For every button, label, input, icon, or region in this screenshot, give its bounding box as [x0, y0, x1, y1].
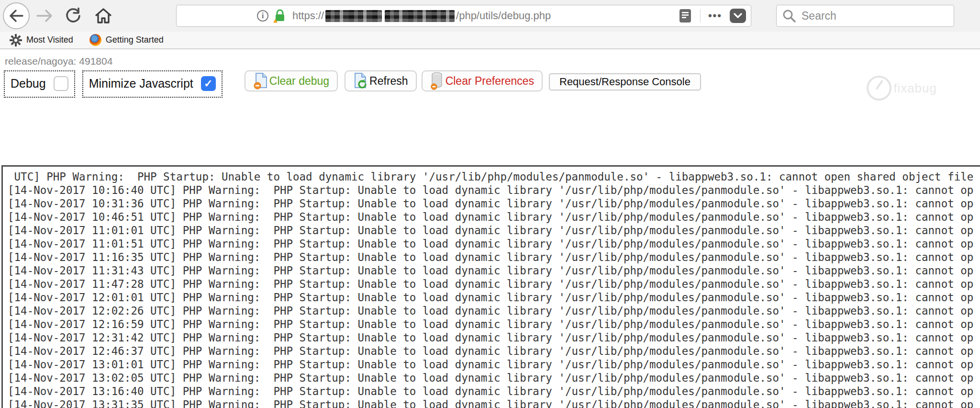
log-line: [14-Nov-2017 11:47:28 UTC] PHP Warning: … [8, 277, 980, 291]
search-icon [782, 9, 796, 23]
url-text: https:///php/utils/debug.php [292, 10, 551, 22]
log-line: UTC] PHP Warning: PHP Startup: Unable to… [8, 170, 980, 183]
home-button[interactable] [95, 8, 112, 24]
forward-button[interactable] [36, 10, 53, 22]
pocket-chevron-icon [734, 13, 742, 19]
search-bar[interactable] [776, 5, 954, 27]
page-content: release/nagoya: 491804 Debug Minimize Ja… [0, 56, 980, 98]
clear-preferences-label: Clear Preferences [445, 75, 534, 88]
log-line: [14-Nov-2017 13:01:01 UTC] PHP Warning: … [8, 358, 980, 371]
clear-preferences-icon [430, 72, 445, 90]
log-line: [14-Nov-2017 11:01:51 UTC] PHP Warning: … [8, 237, 980, 250]
log-line: [14-Nov-2017 10:16:40 UTC] PHP Warning: … [8, 183, 980, 197]
release-version-text: release/nagoya: 491804 [5, 56, 980, 67]
debug-label: Debug [11, 77, 46, 91]
pocket-button[interactable] [730, 9, 746, 23]
forward-arrow-icon [36, 10, 53, 22]
bookmarks-bar: Most Visited Getting Started [0, 32, 980, 49]
log-line: [14-Nov-2017 12:31:42 UTC] PHP Warning: … [8, 331, 980, 344]
site-identity[interactable]: i [257, 9, 287, 23]
debug-checkbox-group[interactable]: Debug [4, 70, 75, 98]
clear-debug-icon [253, 72, 268, 90]
log-line: [14-Nov-2017 11:31:43 UTC] PHP Warning: … [8, 264, 980, 277]
log-line: [14-Nov-2017 11:16:35 UTC] PHP Warning: … [8, 250, 980, 264]
redacted-host-block [325, 10, 382, 22]
debug-log-textarea[interactable]: UTC] PHP Warning: PHP Startup: Unable to… [1, 165, 980, 408]
log-line: [14-Nov-2017 12:46:37 UTC] PHP Warning: … [8, 344, 980, 358]
clear-debug-label: Clear debug [269, 75, 329, 88]
redacted-host-block [385, 10, 455, 22]
refresh-button[interactable]: Refresh [345, 70, 417, 91]
page-actions-button[interactable]: ••• [708, 10, 722, 22]
clear-debug-button[interactable]: Clear debug [245, 70, 338, 91]
gear-icon [10, 34, 22, 46]
refresh-icon [353, 72, 368, 90]
info-icon: i [257, 10, 268, 22]
log-line: [14-Nov-2017 13:02:05 UTC] PHP Warning: … [8, 371, 980, 385]
debug-controls-row: Debug Minimize Javascript ✓ Clear debug [3, 70, 980, 98]
log-line: [14-Nov-2017 12:02:26 UTC] PHP Warning: … [8, 304, 980, 317]
bookmark-label: Most Visited [26, 35, 73, 45]
urlbar-separator [700, 9, 701, 23]
reload-icon [65, 8, 81, 24]
firefox-icon [89, 34, 101, 46]
request-response-console-button[interactable]: Request/Response Console [549, 73, 701, 91]
home-icon [95, 8, 112, 24]
reader-icon [679, 9, 691, 23]
log-line: [14-Nov-2017 12:01:01 UTC] PHP Warning: … [8, 291, 980, 304]
search-input[interactable] [801, 9, 936, 23]
log-line: [14-Nov-2017 12:16:59 UTC] PHP Warning: … [8, 317, 980, 331]
log-line: [14-Nov-2017 10:31:36 UTC] PHP Warning: … [8, 197, 980, 210]
log-line: [14-Nov-2017 13:31:35 UTC] PHP Warning: … [8, 398, 980, 408]
minimize-js-label: Minimize Javascript [89, 77, 193, 91]
debug-checkbox[interactable] [54, 76, 68, 91]
url-scheme: https: [292, 10, 318, 22]
bookmark-getting-started[interactable]: Getting Started [89, 34, 164, 46]
clear-preferences-button[interactable]: Clear Preferences [422, 70, 543, 91]
request-response-console-label: Request/Response Console [559, 76, 690, 88]
minimize-js-checkbox-group[interactable]: Minimize Javascript ✓ [82, 70, 223, 98]
back-button[interactable] [3, 2, 30, 29]
bookmark-label: Getting Started [106, 35, 164, 45]
back-arrow-icon [9, 10, 23, 22]
log-line: [14-Nov-2017 10:46:51 UTC] PHP Warning: … [8, 210, 980, 224]
log-line: [14-Nov-2017 11:01:01 UTC] PHP Warning: … [8, 224, 980, 237]
log-line: [14-Nov-2017 13:16:40 UTC] PHP Warning: … [8, 385, 980, 398]
refresh-label: Refresh [369, 75, 408, 88]
reload-button[interactable] [65, 8, 81, 24]
reader-mode-button[interactable] [679, 9, 691, 23]
bookmark-most-visited[interactable]: Most Visited [10, 34, 73, 46]
url-bar[interactable]: i https:///php/utils/debug.php ••• [176, 5, 751, 27]
mixed-content-lock-icon [273, 9, 287, 23]
url-path: /php/utils/debug.php [456, 10, 551, 22]
minimize-js-checkbox[interactable]: ✓ [201, 76, 216, 91]
browser-toolbar: i https:///php/utils/debug.php ••• [0, 0, 980, 32]
